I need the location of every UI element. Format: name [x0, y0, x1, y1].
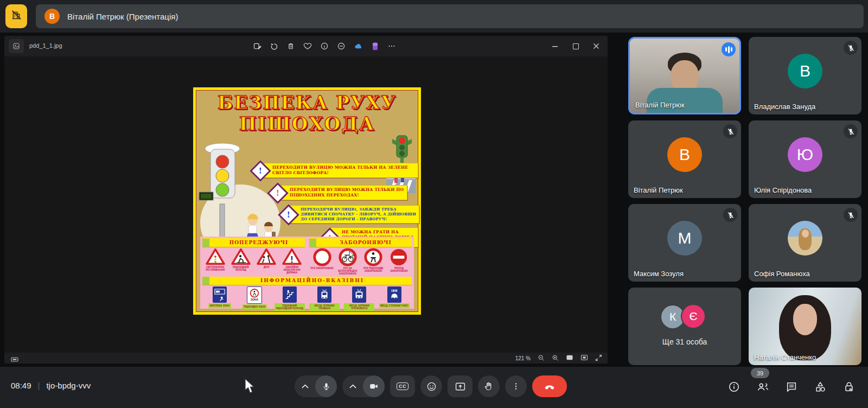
building-slash-icon: [10, 9, 22, 23]
viewer-canvas: БЕЗПЕКА РУХУ ПІШОХОДА: [4, 56, 608, 353]
poster-rule: ! ПЕРЕХОДИТИ ВУЛИЦЮ МОЖНА ТІЛЬКИ ПО ПІШО…: [278, 185, 407, 200]
prohibition-signs: РУХ ЗАБОРОНЕНО РУХ НА ВЕЛОСИПЕДАХ ЗАБОРО…: [309, 248, 412, 276]
presentation-status-chip: [5, 4, 27, 28]
info-signs-header: ІНФОРМАЦІЙНО-ВКАЗІВНІ: [202, 277, 412, 285]
zoom-out-icon: [538, 354, 545, 362]
camera-icon[interactable]: [363, 375, 385, 397]
participant-tile-vitalii-petriuk-camera[interactable]: Віталій Петрюк: [628, 37, 741, 114]
sign-residential-zone: ЖИТЛОВА ЗОНА: [205, 286, 235, 308]
leave-call-button[interactable]: [532, 375, 567, 397]
actual-size-icon: [580, 354, 588, 362]
sign-danger-warning: ! АВАРІЙНО НЕБЕЗПЕЧНА ДІЛЯНКА: [279, 248, 304, 275]
people-button[interactable]: [756, 380, 770, 394]
participant-tile-maksym-zozulia[interactable]: М Максим Зозуля: [628, 204, 741, 282]
divider: |: [38, 381, 40, 390]
sign-taxi-stand: МІСЦЕ СТОЯНКИ ТАКСІ: [379, 286, 410, 308]
favorite-heart-icon: [302, 40, 314, 53]
chat-button[interactable]: [784, 380, 799, 394]
host-controls-button[interactable]: [842, 380, 856, 394]
sign-traffic-light-warning: СВІТЛОФОРНЕ РЕГУЛЮВАННЯ: [203, 248, 228, 271]
top-bar: В Віталій Петрюк (Презентація): [0, 0, 868, 33]
filmstrip-icon: [11, 355, 18, 365]
participant-name: Віталій Петрюк: [635, 101, 685, 109]
more-options-button[interactable]: [505, 375, 527, 397]
mic-off-icon: [844, 124, 858, 138]
meeting-details-button[interactable]: [727, 380, 741, 394]
warning-signs-header: ПОПЕРЕДЖУЮЧІ: [202, 238, 305, 247]
slideshow-icon: [335, 40, 347, 53]
google-meet-window: В Віталій Петрюк (Презентація) pdd_1_1.j…: [0, 0, 868, 408]
avatar: М: [667, 221, 702, 256]
call-controls: CC: [295, 375, 567, 397]
participant-tile-yuliia-spiridonova[interactable]: Ю Юлія Спірідонова: [749, 120, 861, 198]
meet-control-bar: 08:49 | tjo-bpdg-vvv CC: [0, 367, 868, 408]
raise-hand-button[interactable]: [478, 375, 500, 397]
mic-icon[interactable]: [315, 375, 337, 397]
captions-button[interactable]: CC: [390, 375, 415, 397]
participant-name: Наталія Станченко: [754, 353, 816, 361]
participant-name: Софія Романюха: [754, 270, 810, 278]
onedrive-cloud-icon: [352, 40, 364, 53]
sign-trolleybus-stop: МІСЦЕ ЗУПИНКИ ТРОЛЕЙБУСА: [344, 286, 374, 311]
svg-text:ЗОНА: ЗОНА: [251, 298, 259, 301]
mic-options-chevron-icon[interactable]: [295, 375, 315, 397]
camera-options-chevron-icon[interactable]: [342, 375, 363, 397]
poster-rule: ! ПЕРЕХОДИТИ ВУЛИЦЮ МОЖНА ТІЛЬКИ НА ЗЕЛЕ…: [261, 163, 418, 178]
warning-signs: СВІТЛОФОРНЕ РЕГУЛЮВАННЯ ПІШОХІДНИЙ ПЕРЕХ…: [202, 248, 305, 276]
participant-tile-nataliia-stanchenko-camera[interactable]: Наталія Станченко: [749, 288, 861, 365]
sign-pedestrian-crossing-warning: ПІШОХІДНИЙ ПЕРЕХІД: [228, 248, 253, 271]
participant-name: Максим Зозуля: [634, 270, 684, 278]
participant-name: Владислав Зануда: [754, 103, 815, 111]
shared-screen-photo-viewer: pdd_1_1.jpg: [4, 36, 608, 364]
participant-tile-vladyslav-zanuda[interactable]: В Владислав Зануда: [749, 37, 861, 114]
fullscreen-icon: [595, 354, 602, 362]
avatar: Ю: [788, 137, 822, 172]
activities-button[interactable]: [813, 380, 827, 394]
avatar: К: [661, 305, 684, 328]
prohibition-signs-header: ЗАБОРОНЯЮЧІ: [309, 238, 412, 247]
thumbnail-toggle-icon: [9, 39, 24, 53]
mic-off-icon: [844, 41, 858, 55]
camera-control[interactable]: [342, 375, 385, 397]
svg-text:!: !: [291, 255, 293, 264]
restore-icon: [570, 40, 582, 53]
green-traffic-light-image: [391, 133, 413, 167]
minimize-icon: [549, 40, 561, 53]
image-info-icon: [318, 40, 330, 53]
viewer-titlebar: pdd_1_1.jpg: [4, 36, 608, 56]
road-signs-panel: ПОПЕРЕДЖУЮЧІ ЗАБОРОНЯЮЧІ СВІТЛОФОРНЕ РЕГ…: [200, 237, 414, 309]
present-screen-button[interactable]: [448, 375, 473, 397]
main-stage: pdd_1_1.jpg: [0, 33, 868, 367]
viewer-statusbar: 121 %: [4, 353, 608, 364]
overflow-participants-tile[interactable]: К Є Ще 31 особа: [628, 288, 741, 365]
presenter-title: Віталій Петрюк (Презентація): [67, 12, 178, 21]
avatar: Є: [682, 305, 705, 328]
mic-off-icon: [844, 208, 858, 222]
meeting-info: 08:49 | tjo-bpdg-vvv: [11, 381, 91, 390]
reactions-button[interactable]: [420, 375, 442, 397]
avatar: В: [788, 54, 822, 88]
presenter-banner: В Віталій Петрюк (Презентація): [36, 4, 864, 28]
info-signs: ЖИТЛОВА ЗОНА ЗОНА ПІШОХІДНА ЗОНА ПІДЗЕМН…: [202, 286, 412, 311]
sign-tram-stop: МІСЦЕ ЗУПИНКИ ТРАМВАЯ: [309, 286, 340, 311]
designer-icon: [369, 40, 381, 53]
fit-to-window-icon: [566, 354, 573, 362]
sign-no-traffic: РУХ ЗАБОРОНЕНО: [310, 248, 335, 270]
zoom-level: 121 %: [515, 355, 531, 361]
presenter-avatar: В: [44, 9, 60, 24]
delete-icon: [285, 40, 297, 53]
viewer-window-controls: [549, 40, 602, 53]
sign-no-bicycles: РУХ НА ВЕЛОСИПЕДАХ ЗАБОРОНЕНО: [335, 248, 360, 276]
avatar-photo: [788, 221, 822, 256]
microphone-control[interactable]: [295, 375, 337, 397]
participant-tile-vitalii-petriuk[interactable]: В Віталій Петрюк: [628, 120, 741, 198]
close-icon: [590, 40, 602, 53]
sign-no-pedestrians: РУХ ПІШОХОДІВ ЗАБОРОНЕНО: [361, 248, 386, 272]
participant-tile-sofiia-romaniukha[interactable]: Софія Романюха: [749, 204, 861, 282]
clock-time: 08:49: [11, 381, 31, 390]
zoom-controls: 121 %: [515, 353, 602, 364]
road-safety-poster: БЕЗПЕКА РУХУ ПІШОХОДА: [193, 87, 421, 315]
poster-rule: ! ПЕРЕХОДЯЧИ ВУЛИЦЮ, ЗАВЖДИ ТРЕБА ДИВИТИ…: [289, 205, 419, 224]
more-options-icon: [386, 40, 398, 53]
group-avatars: К Є: [661, 305, 708, 329]
